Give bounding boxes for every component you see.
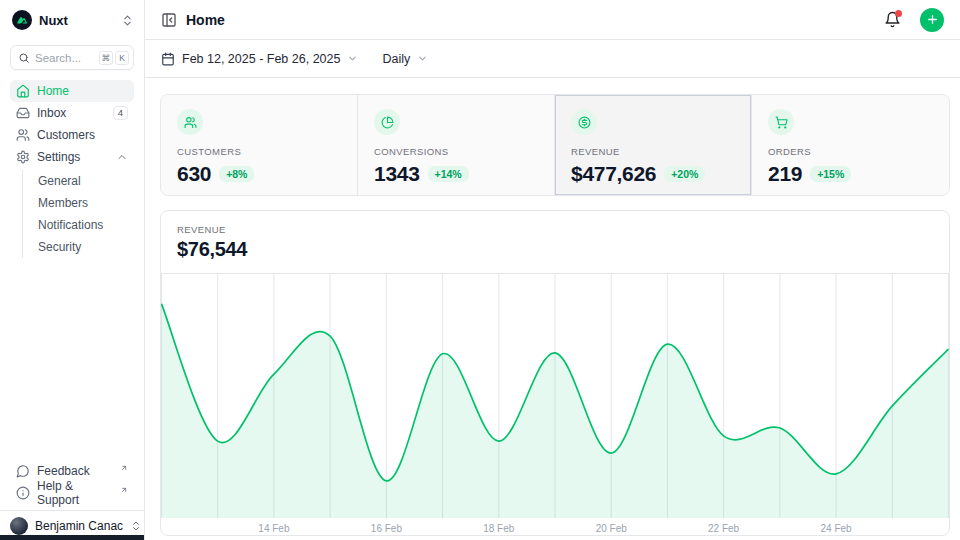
stat-delta-badge: +15% <box>810 166 851 182</box>
info-circle-icon <box>16 486 30 500</box>
search-input[interactable]: Search... ⌘ K <box>10 45 134 70</box>
chart-header: REVENUE $76,544 <box>161 211 949 261</box>
date-range-label: Feb 12, 2025 - Feb 26, 2025 <box>182 52 340 66</box>
stat-value: 630 <box>177 162 211 186</box>
sidebar-item-label: Customers <box>37 128 128 142</box>
external-link-icon <box>120 464 128 472</box>
sidebar: Nuxt Search... ⌘ K Home Inbox 4 Cu <box>0 0 145 540</box>
workspace-name: Nuxt <box>39 13 114 28</box>
workspace-switcher[interactable]: Nuxt <box>12 10 134 30</box>
revenue-area-chart: 14 Feb16 Feb18 Feb20 Feb22 Feb24 Feb <box>161 273 949 536</box>
user-avatar <box>10 517 28 535</box>
stat-card-orders[interactable]: ORDERS 219 +15% <box>752 95 949 195</box>
search-icon <box>18 52 30 64</box>
kbd-cmd: ⌘ <box>99 51 114 65</box>
inbox-icon <box>16 106 30 120</box>
date-range-picker[interactable]: Feb 12, 2025 - Feb 26, 2025 <box>161 52 358 66</box>
stat-delta-badge: +14% <box>428 166 469 182</box>
page-content: CUSTOMERS 630 +8% CONVERSIONS 1343 +14% <box>145 78 960 540</box>
sidebar-item-home[interactable]: Home <box>10 80 134 102</box>
settings-submenu: General Members Notifications Security <box>22 170 134 258</box>
chart-metric-label: REVENUE <box>177 224 933 235</box>
sidebar-subitem-security[interactable]: Security <box>34 236 134 258</box>
chevrons-up-down-icon <box>130 520 142 532</box>
stat-card-conversions[interactable]: CONVERSIONS 1343 +14% <box>358 95 555 195</box>
sidebar-item-inbox[interactable]: Inbox 4 <box>10 102 134 124</box>
user-name: Benjamin Canac <box>35 519 123 533</box>
chevron-down-icon <box>347 53 358 64</box>
filters-toolbar: Feb 12, 2025 - Feb 26, 2025 Daily <box>145 40 960 78</box>
home-icon <box>16 84 30 98</box>
stats-row: CUSTOMERS 630 +8% CONVERSIONS 1343 +14% <box>160 94 950 196</box>
message-circle-icon <box>16 464 30 478</box>
unread-notifications-dot <box>895 10 902 17</box>
chevron-down-icon <box>417 53 428 64</box>
search-placeholder: Search... <box>35 52 94 64</box>
page-title: Home <box>186 12 873 28</box>
notifications-button[interactable] <box>882 10 902 30</box>
svg-text:14 Feb: 14 Feb <box>258 523 290 534</box>
gear-icon <box>16 150 30 164</box>
chart-metric-value: $76,544 <box>177 238 933 261</box>
sidebar-item-label: Help & Support <box>37 479 112 507</box>
granularity-select[interactable]: Daily <box>382 52 428 66</box>
sidebar-item-label: Settings <box>37 150 109 164</box>
sidebar-item-settings[interactable]: Settings <box>10 146 134 168</box>
stat-label: CONVERSIONS <box>374 146 540 157</box>
stat-value: $477,626 <box>571 162 656 186</box>
calendar-icon <box>161 52 175 66</box>
bottom-dark-strip <box>0 535 144 540</box>
stat-label: CUSTOMERS <box>177 146 343 157</box>
svg-text:16 Feb: 16 Feb <box>371 523 403 534</box>
stat-card-revenue[interactable]: REVENUE $477,626 +20% <box>555 95 752 195</box>
stat-value: 219 <box>768 162 802 186</box>
sidebar-nav: Home Inbox 4 Customers Settings General … <box>10 80 134 258</box>
sidebar-subitem-general[interactable]: General <box>34 170 134 192</box>
sidebar-secondary-nav: Feedback Help & Support <box>10 460 134 504</box>
sidebar-item-label: Inbox <box>37 106 106 120</box>
chevrons-up-down-icon <box>121 14 134 27</box>
main-area: Home Feb 12, 2025 - Feb 26, 2025 Daily <box>145 0 960 540</box>
svg-text:24 Feb: 24 Feb <box>821 523 853 534</box>
users-icon <box>184 116 197 129</box>
users-icon <box>16 128 30 142</box>
sidebar-spacer <box>0 258 144 460</box>
svg-text:20 Feb: 20 Feb <box>596 523 628 534</box>
sidebar-item-help-support[interactable]: Help & Support <box>10 482 134 504</box>
app-root: Nuxt Search... ⌘ K Home Inbox 4 Cu <box>0 0 960 540</box>
svg-text:18 Feb: 18 Feb <box>483 523 515 534</box>
plus-icon <box>926 13 939 26</box>
kbd-k: K <box>115 51 129 65</box>
new-item-button[interactable] <box>920 8 944 32</box>
chevron-up-icon <box>116 151 128 163</box>
stat-label: REVENUE <box>571 146 737 157</box>
nuxt-logo-icon <box>12 10 32 30</box>
stat-value: 1343 <box>374 162 420 186</box>
external-link-icon <box>120 486 128 494</box>
stat-delta-badge: +8% <box>219 166 254 182</box>
sidebar-subitem-notifications[interactable]: Notifications <box>34 214 134 236</box>
sidebar-item-label: Feedback <box>37 464 112 478</box>
revenue-chart-card: REVENUE $76,544 14 Feb16 Feb18 Feb20 Feb… <box>160 210 950 536</box>
panel-left-close-icon[interactable] <box>161 12 177 28</box>
circle-dollar-icon <box>578 116 591 129</box>
top-header: Home <box>145 0 960 40</box>
inbox-count-badge: 4 <box>113 106 128 120</box>
shopping-cart-icon <box>775 116 788 129</box>
sidebar-item-label: Home <box>37 84 128 98</box>
sidebar-item-customers[interactable]: Customers <box>10 124 134 146</box>
svg-text:22 Feb: 22 Feb <box>708 523 740 534</box>
sidebar-subitem-members[interactable]: Members <box>34 192 134 214</box>
stat-delta-badge: +20% <box>664 166 705 182</box>
granularity-label: Daily <box>382 52 410 66</box>
pie-chart-icon <box>381 116 394 129</box>
stat-card-customers[interactable]: CUSTOMERS 630 +8% <box>161 95 358 195</box>
chart-x-axis-labels: 14 Feb16 Feb18 Feb20 Feb22 Feb24 Feb <box>258 523 852 534</box>
stat-label: ORDERS <box>768 146 935 157</box>
search-shortcut: ⌘ K <box>99 51 130 65</box>
